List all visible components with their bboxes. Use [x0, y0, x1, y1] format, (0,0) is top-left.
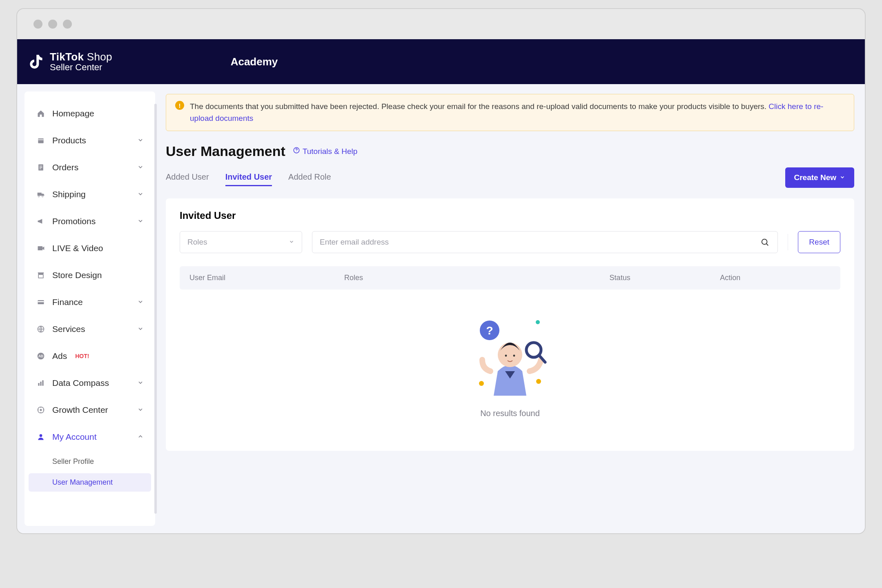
card-icon	[36, 297, 46, 307]
sidebar-item-my-account[interactable]: My Account	[29, 425, 151, 448]
page-title: User Management	[166, 143, 285, 159]
chevron-down-icon	[137, 297, 144, 307]
sidebar-item-ads[interactable]: ADAdsHOT!	[29, 345, 151, 368]
chevron-down-icon	[289, 238, 294, 247]
svg-point-27	[513, 355, 515, 357]
filter-row: Roles Reset	[180, 231, 840, 253]
chevron-down-icon	[137, 136, 144, 145]
chevron-up-icon	[137, 432, 144, 442]
rocket-icon	[36, 405, 46, 415]
ad-icon: AD	[36, 351, 46, 361]
table-header: User Email Roles Status Action	[180, 266, 840, 290]
sidebar-item-live-video[interactable]: LIVE & Video	[29, 237, 151, 260]
browser-frame: TikTok Shop Seller Center Academy Homepa…	[16, 8, 866, 534]
sidebar-item-label: My Account	[52, 432, 97, 442]
doc-icon	[36, 163, 46, 172]
email-search-input[interactable]	[320, 238, 758, 247]
help-label: Tutorials & Help	[303, 147, 357, 156]
sidebar-item-label: Promotions	[52, 216, 96, 226]
col-status: Status	[610, 274, 720, 282]
sidebar-item-store-design[interactable]: Store Design	[29, 264, 151, 287]
store-icon	[36, 270, 46, 280]
svg-point-2	[38, 196, 39, 197]
svg-text:AD: AD	[38, 354, 43, 358]
empty-state: ?	[180, 290, 840, 430]
user-icon	[36, 432, 46, 442]
chevron-down-icon	[137, 378, 144, 388]
sidebar-subitem-user-management[interactable]: User Management	[29, 473, 151, 492]
svg-rect-7	[38, 301, 44, 303]
svg-rect-4	[38, 246, 43, 250]
search-icon[interactable]	[758, 235, 772, 249]
roles-placeholder: Roles	[187, 238, 207, 247]
tab-added-role[interactable]: Added Role	[288, 169, 331, 186]
tab-added-user[interactable]: Added User	[166, 169, 209, 186]
sidebar-item-label: Services	[52, 324, 85, 334]
alert-text: The documents that you submitted have be…	[190, 101, 845, 124]
brand-line1-thin: Shop	[87, 51, 112, 63]
tutorials-help-link[interactable]: Tutorials & Help	[293, 147, 357, 156]
sidebar-item-products[interactable]: Products	[29, 129, 151, 152]
roles-select[interactable]: Roles	[180, 231, 302, 253]
svg-point-22	[536, 320, 540, 324]
sidebar-item-services[interactable]: Services	[29, 318, 151, 341]
brand-text: TikTok Shop Seller Center	[50, 51, 112, 72]
traffic-dot	[48, 20, 57, 29]
sidebar-item-promotions[interactable]: Promotions	[29, 210, 151, 233]
svg-point-19	[762, 239, 767, 245]
sidebar-item-label: Store Design	[52, 270, 102, 280]
megaphone-icon	[36, 216, 46, 226]
chevron-down-icon	[137, 324, 144, 334]
warning-icon: !	[175, 101, 184, 110]
create-new-button[interactable]: Create New	[785, 167, 855, 188]
svg-rect-0	[38, 138, 43, 143]
sidebar-item-label: Finance	[52, 297, 83, 307]
sidebar: HomepageProductsOrdersShippingPromotions…	[24, 91, 155, 526]
tiktok-logo-icon	[27, 52, 45, 71]
box-icon	[36, 136, 46, 145]
chevron-down-icon	[137, 216, 144, 226]
email-search-wrap	[312, 231, 778, 253]
tab-invited-user[interactable]: Invited User	[225, 169, 272, 186]
app-root: TikTok Shop Seller Center Academy Homepa…	[17, 39, 865, 533]
svg-rect-5	[38, 274, 43, 278]
col-action: Action	[720, 274, 831, 282]
sidebar-item-label: LIVE & Video	[52, 243, 103, 253]
hot-badge: HOT!	[75, 353, 89, 359]
truck-icon	[36, 189, 46, 199]
sidebar-subitem-seller-profile[interactable]: Seller Profile	[29, 452, 151, 471]
brand[interactable]: TikTok Shop Seller Center	[27, 51, 112, 72]
sidebar-item-label: Orders	[52, 163, 78, 172]
svg-point-16	[40, 434, 42, 437]
nav-academy[interactable]: Academy	[231, 56, 278, 68]
sidebar-item-label: Data Compass	[52, 378, 109, 388]
page-header: User Management Tutorials & Help	[166, 143, 854, 159]
browser-traffic-lights	[17, 9, 865, 39]
svg-rect-13	[42, 380, 43, 385]
tabs-row: Added UserInvited UserAdded Role Create …	[166, 167, 854, 188]
sidebar-item-label: Ads	[52, 351, 67, 361]
empty-text: No results found	[180, 409, 840, 418]
chevron-down-icon	[137, 405, 144, 415]
sidebar-item-homepage[interactable]: Homepage	[29, 102, 151, 125]
reset-button[interactable]: Reset	[798, 231, 840, 253]
video-icon	[36, 243, 46, 253]
top-bar: TikTok Shop Seller Center Academy	[17, 39, 865, 84]
panel-title: Invited User	[180, 210, 840, 221]
sidebar-item-label: Shipping	[52, 189, 86, 199]
svg-point-25	[498, 343, 522, 367]
chevron-down-icon	[137, 163, 144, 172]
sidebar-item-shipping[interactable]: Shipping	[29, 183, 151, 206]
chevron-down-icon	[137, 189, 144, 199]
sidebar-item-label: Homepage	[52, 109, 94, 118]
svg-rect-11	[38, 383, 39, 386]
sidebar-item-finance[interactable]: Finance	[29, 291, 151, 314]
sidebar-item-growth-center[interactable]: Growth Center	[29, 399, 151, 421]
sidebar-item-orders[interactable]: Orders	[29, 156, 151, 179]
col-user-email: User Email	[189, 274, 344, 282]
globe-icon	[36, 324, 46, 334]
sidebar-item-data-compass[interactable]: Data Compass	[29, 372, 151, 394]
traffic-dot	[63, 20, 72, 29]
col-roles: Roles	[344, 274, 610, 282]
create-new-label: Create New	[794, 173, 837, 182]
